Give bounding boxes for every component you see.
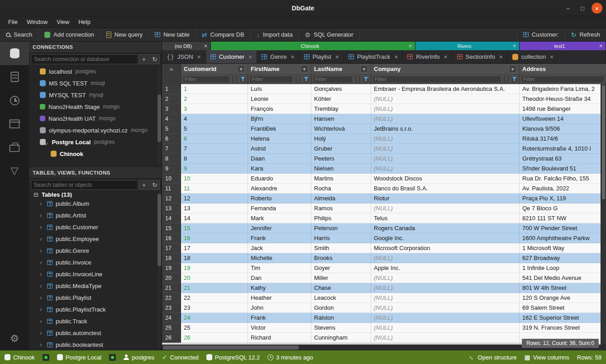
connection-item[interactable]: ✓Postgre Localpostgres — [29, 136, 162, 148]
filter-menu-button[interactable]: ⋮ — [295, 76, 301, 83]
cell-firstname[interactable]: Heather — [248, 293, 311, 303]
cell-firstname[interactable]: Jack — [248, 243, 311, 253]
cell-company[interactable]: (NULL) — [371, 253, 520, 263]
cell-lastname[interactable]: Peterson — [311, 223, 371, 233]
cell-lastname[interactable]: Brooks — [311, 253, 371, 263]
close-icon[interactable]: × — [197, 53, 201, 61]
cell-firstname[interactable]: Helena — [248, 134, 311, 144]
chevron-right-icon[interactable]: › — [40, 341, 44, 348]
cell-company[interactable]: Telus — [371, 213, 520, 223]
rail-plugins-button[interactable] — [0, 136, 29, 159]
new-query-button[interactable]: New query — [100, 28, 149, 41]
tab-json[interactable]: {}JSON× — [162, 50, 206, 63]
db-tab-nodb[interactable]: (no DB)× — [162, 42, 211, 50]
refresh-tables-button[interactable]: ↻ — [150, 180, 160, 190]
cell-address[interactable]: Praça Pio X, 119 — [520, 194, 606, 203]
cell-firstname[interactable]: Bjřrn — [248, 114, 311, 124]
cell-lastname[interactable]: Gonçalves — [311, 84, 371, 94]
customer-button[interactable]: Customer: — [517, 28, 565, 41]
cell-company[interactable]: (NULL) — [371, 273, 520, 283]
row-number[interactable]: 14 — [162, 213, 181, 223]
status-view-columns[interactable]: ▦View columns — [525, 354, 569, 361]
cell-customerid[interactable]: 23 — [181, 303, 248, 313]
cell-firstname[interactable]: Tim — [248, 263, 311, 273]
cell-address[interactable]: Rua Dr. Falcão Filho, 155 — [520, 174, 606, 184]
chevron-right-icon[interactable]: › — [40, 223, 44, 231]
row-number[interactable]: 23 — [162, 303, 181, 313]
cell-address[interactable]: Sřnder Boulevard 51 — [520, 164, 606, 174]
cell-company[interactable]: Woodstock Discos — [371, 174, 520, 184]
cell-lastname[interactable]: Chase — [311, 283, 371, 293]
row-number[interactable]: 16 — [162, 233, 181, 243]
cell-address[interactable]: Ullevľlsveien 14 — [520, 114, 606, 124]
cell-firstname[interactable]: Roberto — [248, 194, 311, 203]
cell-company[interactable]: (NULL) — [371, 293, 520, 303]
column-dropdown-icon[interactable]: ▾ — [509, 65, 516, 73]
row-number[interactable]: 15 — [162, 223, 181, 233]
column-header-firstname[interactable]: FirstName▾ — [248, 64, 311, 74]
cell-company[interactable]: (NULL) — [371, 164, 520, 174]
cell-firstname[interactable]: FrantiĐek — [248, 124, 311, 134]
cell-company[interactable]: Embraer - Empresa Brasileira de Aeronáut… — [371, 84, 520, 94]
cell-company[interactable]: (NULL) — [371, 114, 520, 124]
new-table-button[interactable]: New table — [149, 28, 196, 41]
status-chinook[interactable]: Chinook — [5, 354, 35, 361]
cell-company[interactable]: (NULL) — [371, 303, 520, 313]
tab-playlisttrack[interactable]: PlaylistTrack× — [344, 50, 403, 63]
rail-history-button[interactable] — [0, 89, 29, 112]
cell-lastname[interactable]: Miller — [311, 273, 371, 283]
cell-company[interactable]: (NULL) — [371, 134, 520, 144]
cell-lastname[interactable]: Leacock — [311, 293, 371, 303]
db-tab-chinook[interactable]: Chinook× — [211, 42, 415, 50]
cell-lastname[interactable]: Hansen — [311, 114, 371, 124]
cell-company[interactable]: (NULL) — [371, 94, 520, 104]
status-badge[interactable] — [109, 354, 116, 361]
cell-lastname[interactable]: Ramos — [311, 203, 371, 213]
filter-funnel-button[interactable] — [363, 76, 369, 83]
cell-firstname[interactable]: Alexandre — [248, 184, 311, 194]
cell-address[interactable]: 1 Microsoft Way — [520, 243, 606, 253]
connections-scrollbar[interactable] — [157, 66, 161, 165]
cell-lastname[interactable]: Gruber — [311, 144, 371, 154]
close-button[interactable]: × — [592, 3, 602, 14]
cell-customerid[interactable]: 17 — [181, 243, 248, 253]
cell-lastname[interactable]: Almeida — [311, 194, 371, 203]
cell-firstname[interactable]: Astrid — [248, 144, 311, 154]
cell-customerid[interactable]: 20 — [181, 273, 248, 283]
cell-address[interactable]: 8210 111 ST NW — [520, 213, 606, 223]
add-connection-button[interactable]: Add connection — [38, 28, 100, 41]
row-number[interactable]: 5 — [162, 124, 181, 134]
row-number[interactable]: 26 — [162, 333, 181, 343]
cell-customerid[interactable]: 22 — [181, 293, 248, 303]
table-item[interactable]: ›public.Artist — [29, 209, 162, 221]
filter-menu-button[interactable]: ⋮ — [503, 76, 510, 83]
row-number[interactable]: 18 — [162, 253, 181, 263]
cell-lastname[interactable]: Martins — [311, 174, 371, 184]
close-icon[interactable]: × — [409, 43, 412, 49]
close-icon[interactable]: × — [204, 43, 207, 49]
cell-customerid[interactable]: 6 — [181, 134, 248, 144]
row-number[interactable]: 6 — [162, 134, 181, 144]
cell-firstname[interactable]: Richard — [248, 333, 311, 343]
cell-company[interactable]: (NULL) — [371, 333, 520, 343]
refresh-button[interactable]: ↻Refresh — [565, 28, 606, 41]
connection-item[interactable]: MS SQL TESTmssql — [29, 77, 162, 89]
chevron-right-icon[interactable]: › — [40, 317, 44, 325]
cell-customerid[interactable]: 16 — [181, 233, 248, 243]
column-dropdown-icon[interactable]: ▾ — [360, 65, 368, 73]
add-table-small-button[interactable]: + — [139, 180, 149, 190]
db-tab-test1[interactable]: test1× — [520, 42, 606, 50]
status-3-minutes-ago[interactable]: 3 minutes ago — [267, 354, 313, 361]
close-icon[interactable]: × — [499, 53, 503, 61]
row-number[interactable]: 21 — [162, 283, 181, 293]
column-header-lastname[interactable]: LastName▾ — [311, 64, 371, 74]
cell-address[interactable]: 162 E Superior Street — [520, 313, 606, 323]
row-number[interactable]: 20 — [162, 273, 181, 283]
row-number[interactable]: 10 — [162, 174, 181, 184]
table-item[interactable]: ›public.PlaylistTrack — [29, 303, 162, 315]
cell-company[interactable]: Microsoft Corporation — [371, 243, 520, 253]
cell-firstname[interactable]: Dan — [248, 273, 311, 283]
cell-firstname[interactable]: François — [248, 104, 311, 114]
cell-customerid[interactable]: 24 — [181, 313, 248, 323]
cell-firstname[interactable]: Fernanda — [248, 203, 311, 213]
